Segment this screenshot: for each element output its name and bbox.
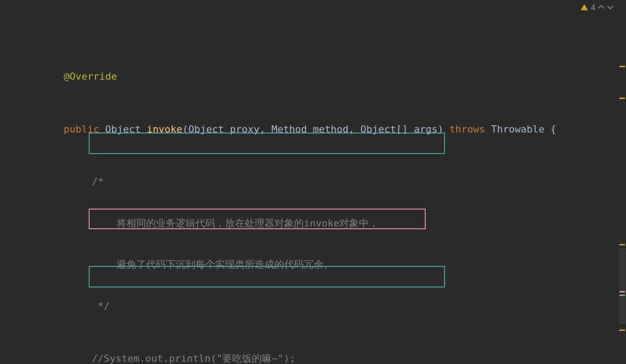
code-line[interactable]: public Object invoke(Object proxy, Metho… xyxy=(0,120,626,139)
comment-token: //System.out.println("要吃饭的嘛~"); xyxy=(92,353,295,364)
annotation-token: @Override xyxy=(64,71,117,82)
code-line[interactable]: @Override xyxy=(0,67,626,86)
error-stripe-mark[interactable] xyxy=(619,330,625,331)
comment-token: 避免了代码下沉到每个实现类所造成的代码冗余。 xyxy=(117,259,333,270)
next-highlight-icon[interactable] xyxy=(607,4,613,11)
type-token: Object xyxy=(105,124,141,135)
method-name-token: invoke xyxy=(147,124,182,135)
keyword-token: throws xyxy=(449,124,485,135)
error-stripe-mark[interactable] xyxy=(619,295,625,296)
code-editor[interactable]: 4 @Override public Object invoke(Object … xyxy=(0,0,626,364)
code-line[interactable]: /* xyxy=(0,172,626,192)
warning-icon xyxy=(581,4,588,10)
keyword-token: public xyxy=(64,124,99,135)
comment-token: /* xyxy=(92,176,104,187)
code-line[interactable]: */ xyxy=(0,297,626,316)
inspection-bar: 4 xyxy=(581,3,613,12)
code-line[interactable]: 将相同的业务逻辑代码，放在处理器对象的invoke对象中， xyxy=(0,214,626,233)
warning-count[interactable]: 4 xyxy=(591,3,596,12)
error-stripe-mark[interactable] xyxy=(619,98,625,99)
prev-highlight-icon[interactable] xyxy=(598,4,604,11)
error-stripe-mark[interactable] xyxy=(619,291,625,292)
signature-token: (Object proxy, Method method, Object[] a… xyxy=(182,124,444,135)
comment-token: */ xyxy=(92,300,110,312)
error-stripe-mark[interactable] xyxy=(619,244,625,245)
code-line[interactable]: //System.out.println("要吃饭的嘛~"); xyxy=(0,349,626,364)
type-token: Throwable { xyxy=(491,124,557,135)
code-line[interactable]: 避免了代码下沉到每个实现类所造成的代码冗余。 xyxy=(0,255,626,274)
comment-token: 将相同的业务逻辑代码，放在处理器对象的invoke对象中， xyxy=(117,218,379,229)
